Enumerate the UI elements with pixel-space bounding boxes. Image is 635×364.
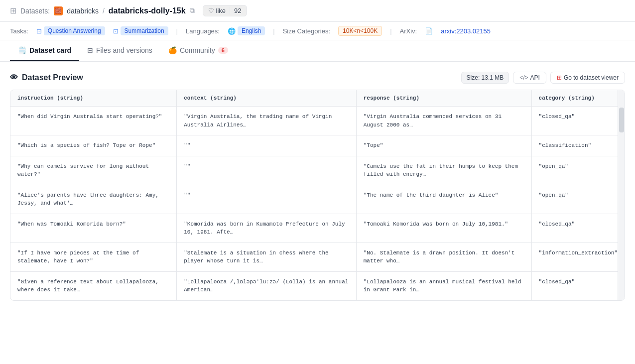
cell-category: "open_qa" <box>531 185 625 214</box>
meta-divider2: | <box>273 27 274 35</box>
cell-response: "Camels use the fat in their humps to ke… <box>356 156 531 185</box>
cell-context: "" <box>177 135 357 156</box>
preview-eye-icon: 👁 <box>10 73 18 82</box>
cell-response: "No. Stalemate is a drawn position. It d… <box>356 243 531 271</box>
table-row: "When did Virgin Australia start operati… <box>10 107 625 135</box>
task1-label: Question Answering <box>44 26 105 35</box>
cell-category: "information_extraction" <box>531 243 625 271</box>
grid-viewer-icon: ⊞ <box>557 74 562 81</box>
scrollbar-thumb[interactable] <box>619 108 624 132</box>
community-badge: 6 <box>218 47 228 54</box>
cell-response: "Tomoaki Komorida was born on July 10,19… <box>356 214 531 243</box>
viewer-label: Go to dataset viewer <box>564 74 619 81</box>
copy-icon[interactable]: ⧉ <box>190 6 195 15</box>
org-name[interactable]: databricks <box>67 7 99 15</box>
language-tag[interactable]: 🌐 English <box>228 26 265 35</box>
tab2-label: Files and versions <box>96 46 152 54</box>
preview-title-text: Dataset Preview <box>22 73 83 82</box>
table-row: "Given a reference text about Lollapaloo… <box>10 271 625 300</box>
table-row: "When was Tomoaki Komorida born?""Komori… <box>10 214 625 243</box>
tab-dataset-card[interactable]: 🗒️ Dataset card <box>10 40 79 61</box>
size-label: Size Categories: <box>283 27 330 35</box>
cell-context: "Lollapalooza /,lɒləpəˈluːzə/ (Lolla) is… <box>177 271 357 300</box>
table-row: "Why can camels survive for long without… <box>10 156 625 185</box>
task2-label: Summarization <box>121 26 168 35</box>
languages-label: Languages: <box>186 27 220 35</box>
arxiv-label: ArXiv: <box>400 27 417 35</box>
cell-instruction: "If I have more pieces at the time of st… <box>10 243 177 271</box>
cell-response: "Tope" <box>356 135 531 156</box>
datasets-label: Datasets: <box>20 7 50 15</box>
files-icon: ⊟ <box>87 46 93 54</box>
org-icon: 🧱 <box>54 6 63 15</box>
size-tag[interactable]: 10K<n<100K <box>338 26 382 36</box>
cell-instruction: "Alice's parents have three daughters: A… <box>10 185 177 214</box>
globe-icon: 🌐 <box>228 27 236 35</box>
task2-icon: ⊡ <box>113 27 119 35</box>
tab-files-versions[interactable]: ⊟ Files and versions <box>79 40 160 61</box>
col-category: category (string) <box>531 90 625 107</box>
cell-response: "Lollapalooza is an annual musical festi… <box>356 271 531 300</box>
viewer-button[interactable]: ⊞ Go to dataset viewer <box>550 72 625 84</box>
cell-category: "closed_qa" <box>531 214 625 243</box>
heart-icon: ♡ <box>208 7 214 14</box>
task2-tag[interactable]: ⊡ Summarization <box>113 26 168 35</box>
cell-category: "open_qa" <box>531 156 625 185</box>
cell-category: "closed_qa" <box>531 271 625 300</box>
arxiv-icon: 📄 <box>425 27 433 35</box>
community-icon: 🍊 <box>168 46 177 54</box>
table-row: "If I have more pieces at the time of st… <box>10 243 625 271</box>
api-button[interactable]: </> API <box>513 72 546 84</box>
table-row: "Which is a species of fish? Tope or Rop… <box>10 135 625 156</box>
scrollbar[interactable] <box>618 90 625 300</box>
tab3-label: Community <box>180 46 215 54</box>
separator: / <box>103 7 105 15</box>
task1-icon: ⊡ <box>36 27 42 35</box>
meta-divider3: | <box>390 27 391 35</box>
cell-context: "" <box>177 185 357 214</box>
grid-icon: ⊞ <box>10 6 16 15</box>
cell-context: "Komorida was born in Kumamoto Prefectur… <box>177 214 357 243</box>
like-label: like <box>216 7 226 14</box>
card-icon: 🗒️ <box>18 46 26 54</box>
table-row: "Alice's parents have three daughters: A… <box>10 185 625 214</box>
language-label: English <box>238 26 265 35</box>
api-label: API <box>530 74 540 81</box>
meta-divider1: | <box>176 27 178 35</box>
cell-context: "Virgin Australia, the trading name of V… <box>177 107 357 135</box>
repo-name[interactable]: databricks-dolly-15k <box>109 6 186 15</box>
col-context: context (string) <box>177 90 357 107</box>
cell-response: "Virgin Australia commenced services on … <box>356 107 531 135</box>
cell-instruction: "When was Tomoaki Komorida born?" <box>10 214 177 243</box>
cell-context: "Stalemate is a situation in chess where… <box>177 243 357 271</box>
cell-instruction: "Which is a species of fish? Tope or Rop… <box>10 135 177 156</box>
task1-tag[interactable]: ⊡ Question Answering <box>36 26 105 35</box>
cell-instruction: "Given a reference text about Lollapaloo… <box>10 271 177 300</box>
cell-instruction: "Why can camels survive for long without… <box>10 156 177 185</box>
tab-community[interactable]: 🍊 Community 6 <box>160 40 236 61</box>
col-response: response (string) <box>356 90 531 107</box>
tasks-label: Tasks: <box>10 27 28 35</box>
size-info: Size: 13.1 MB <box>461 72 509 84</box>
tab1-label: Dataset card <box>29 46 71 54</box>
code-icon: </> <box>519 74 528 81</box>
cell-category: "closed_qa" <box>531 107 625 135</box>
arxiv-value[interactable]: arxiv:2203.02155 <box>441 27 491 35</box>
cell-category: "classification" <box>531 135 625 156</box>
like-count: 92 <box>230 7 241 14</box>
cell-context: "" <box>177 156 357 185</box>
cell-response: "The name of the third daughter is Alice… <box>356 185 531 214</box>
col-instruction: instruction (string) <box>10 90 177 107</box>
like-button[interactable]: ♡ like 92 <box>203 5 247 16</box>
cell-instruction: "When did Virgin Australia start operati… <box>10 107 177 135</box>
